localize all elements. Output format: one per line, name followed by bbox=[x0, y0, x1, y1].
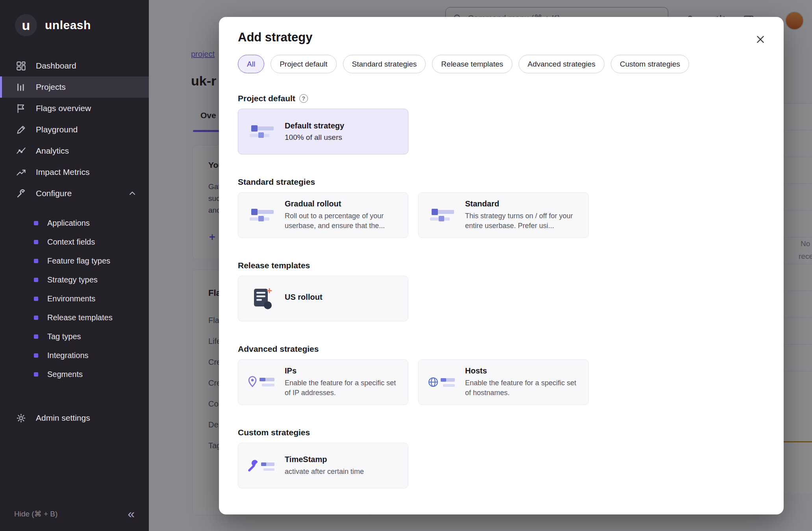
sidebar-subitem-tag-types[interactable]: Tag types bbox=[0, 327, 149, 346]
sidebar-subitem-environments[interactable]: Environments bbox=[0, 289, 149, 308]
sidebar-subitem-integrations[interactable]: Integrations bbox=[0, 346, 149, 365]
filter-chip-project-default[interactable]: Project default bbox=[271, 55, 336, 73]
release-template-icon bbox=[250, 287, 273, 310]
bullet-icon bbox=[34, 353, 38, 358]
bullet-icon bbox=[34, 259, 38, 263]
template-card-us-rollout[interactable]: US rollout bbox=[238, 276, 408, 321]
strategy-card-title: Standard bbox=[465, 199, 580, 208]
sidebar-item-projects[interactable]: Projects bbox=[0, 76, 149, 98]
add-strategy-modal: Add strategy All Project default Standar… bbox=[219, 17, 784, 514]
sidebar-subitem-release-templates[interactable]: Release templates bbox=[0, 308, 149, 327]
sidebar-subitem-context-fields[interactable]: Context fields bbox=[0, 232, 149, 251]
strategy-card-description: activate after certain time bbox=[285, 467, 400, 477]
sidebar-subitem-label: Applications bbox=[47, 219, 90, 228]
strategy-card-timestamp[interactable]: TimeStamp activate after certain time bbox=[238, 443, 408, 488]
rollout-icon bbox=[248, 208, 275, 222]
sidebar: u unleash Dashboard Projects Flags overv… bbox=[0, 0, 149, 531]
chevron-up-icon bbox=[128, 189, 137, 198]
section-heading-advanced-strategies: Advanced strategies bbox=[238, 344, 319, 354]
ip-pin-icon bbox=[248, 375, 276, 390]
sidebar-item-label: Configure bbox=[36, 189, 72, 198]
logo[interactable]: u unleash bbox=[0, 0, 149, 47]
filter-chip-release-templates[interactable]: Release templates bbox=[432, 55, 512, 73]
sidebar-item-label: Playground bbox=[36, 125, 78, 134]
strategy-card-ips[interactable]: IPs Enable the feature for a specific se… bbox=[238, 359, 408, 405]
bullet-icon bbox=[34, 297, 38, 301]
strategy-card-default[interactable]: Default strategy 100% of all users bbox=[238, 109, 408, 154]
bullet-icon bbox=[34, 221, 38, 225]
bullet-icon bbox=[34, 240, 38, 244]
sidebar-subitem-feature-flag-types[interactable]: Feature flag types bbox=[0, 251, 149, 270]
modal-title: Add strategy bbox=[238, 30, 765, 45]
filter-chip-all[interactable]: All bbox=[238, 55, 264, 73]
sidebar-item-admin-settings[interactable]: Admin settings bbox=[0, 407, 149, 429]
bullet-icon bbox=[34, 372, 38, 377]
filter-chip-standard-strategies[interactable]: Standard strategies bbox=[343, 55, 426, 73]
brand-name: unleash bbox=[45, 19, 91, 32]
filter-chip-advanced-strategies[interactable]: Advanced strategies bbox=[519, 55, 604, 73]
globe-icon bbox=[428, 375, 456, 390]
sidebar-item-flags-overview[interactable]: Flags overview bbox=[0, 98, 149, 119]
strategy-card-description: Enable the feature for a specific set of… bbox=[285, 378, 400, 398]
projects-icon bbox=[16, 82, 26, 93]
sidebar-item-label: Impact Metrics bbox=[36, 167, 90, 177]
sidebar-subitem-segments[interactable]: Segments bbox=[0, 365, 149, 384]
sidebar-item-label: Projects bbox=[36, 82, 66, 92]
section-heading-label: Advanced strategies bbox=[238, 344, 319, 354]
app-root: Command menu (⌘ + K) project uk-r Ove Yo… bbox=[0, 0, 812, 531]
strategy-card-standard[interactable]: Standard This strategy turns on / off fo… bbox=[418, 192, 589, 238]
sidebar-item-label: Analytics bbox=[36, 146, 69, 156]
section-heading-project-default: Project default ? bbox=[238, 94, 308, 103]
strategy-card-title: Default strategy bbox=[285, 121, 400, 130]
strategy-card-gradual-rollout[interactable]: Gradual rollout Roll out to a percentage… bbox=[238, 192, 408, 238]
configure-submenu: Applications Context fields Feature flag… bbox=[0, 204, 149, 384]
flag-icon bbox=[16, 103, 26, 114]
custom-wrench-icon bbox=[248, 458, 276, 473]
close-icon bbox=[755, 34, 766, 45]
section-heading-label: Custom strategies bbox=[238, 428, 310, 437]
sidebar-item-configure[interactable]: Configure bbox=[0, 183, 149, 204]
help-icon[interactable]: ? bbox=[299, 94, 308, 103]
gear-icon bbox=[16, 413, 26, 423]
template-card-title: US rollout bbox=[285, 293, 400, 302]
filter-chip-custom-strategies[interactable]: Custom strategies bbox=[611, 55, 689, 73]
sidebar-item-playground[interactable]: Playground bbox=[0, 119, 149, 140]
sidebar-item-dashboard[interactable]: Dashboard bbox=[0, 55, 149, 76]
sidebar-subitem-label: Integrations bbox=[47, 351, 89, 360]
sidebar-subitem-label: Strategy types bbox=[47, 275, 98, 284]
section-heading-label: Release templates bbox=[238, 261, 310, 270]
dashboard-icon bbox=[16, 61, 26, 71]
pencil-icon bbox=[16, 124, 26, 135]
section-heading-release-templates: Release templates bbox=[238, 261, 310, 270]
bullet-icon bbox=[34, 316, 38, 320]
sidebar-subitem-label: Tag types bbox=[47, 332, 81, 341]
strategy-card-description: Enable the feature for a specific set of… bbox=[465, 378, 580, 398]
sidebar-subitem-label: Release templates bbox=[47, 313, 113, 322]
sidebar-item-label: Flags overview bbox=[36, 104, 91, 113]
strategy-card-title: Hosts bbox=[465, 366, 580, 375]
bullet-icon bbox=[34, 278, 38, 282]
sidebar-subitem-strategy-types[interactable]: Strategy types bbox=[0, 270, 149, 289]
sidebar-subitem-label: Feature flag types bbox=[47, 256, 110, 266]
bullet-icon bbox=[34, 334, 38, 339]
strategy-card-title: Gradual rollout bbox=[285, 199, 400, 208]
rollout-icon bbox=[429, 208, 456, 222]
collapse-sidebar-icon[interactable]: « bbox=[128, 507, 135, 520]
section-heading-label: Project default bbox=[238, 94, 295, 103]
sidebar-subitem-label: Context fields bbox=[47, 238, 95, 247]
strategy-card-hosts[interactable]: Hosts Enable the feature for a specific … bbox=[418, 359, 589, 405]
sidebar-item-impact-metrics[interactable]: Impact Metrics bbox=[0, 162, 149, 183]
sidebar-subitem-applications[interactable]: Applications bbox=[0, 214, 149, 232]
close-button[interactable] bbox=[752, 31, 769, 48]
strategy-card-subtitle: 100% of all users bbox=[285, 133, 400, 142]
section-heading-custom-strategies: Custom strategies bbox=[238, 428, 310, 437]
sidebar-subitem-label: Environments bbox=[47, 294, 95, 303]
rollout-icon bbox=[248, 124, 275, 139]
strategy-card-title: TimeStamp bbox=[285, 455, 400, 464]
unleash-logo-icon: u bbox=[15, 14, 37, 36]
strategy-filter-chips: All Project default Standard strategies … bbox=[238, 55, 765, 73]
strategy-card-description: Roll out to a percentage of your userbas… bbox=[285, 211, 400, 231]
sidebar-item-label: Admin settings bbox=[36, 413, 90, 423]
sidebar-item-analytics[interactable]: Analytics bbox=[0, 140, 149, 162]
sidebar-footer: Hide (⌘ + B) « bbox=[0, 507, 149, 520]
